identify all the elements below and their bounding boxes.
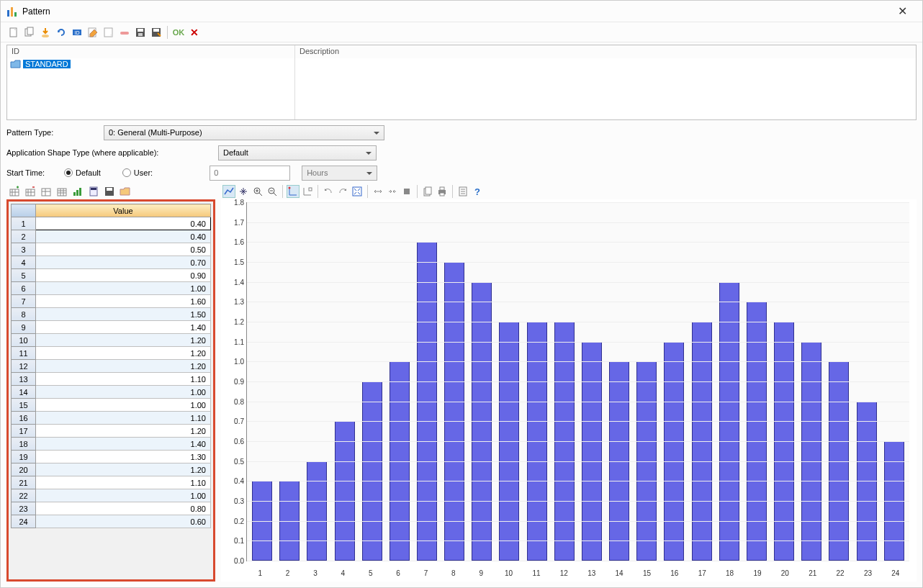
value-cell[interactable]: 1.20 bbox=[36, 463, 211, 476]
import-icon[interactable] bbox=[38, 25, 53, 40]
table-row[interactable]: 240.60 bbox=[12, 515, 211, 528]
table-tool4-icon[interactable] bbox=[55, 185, 68, 198]
table-row[interactable]: 81.50 bbox=[12, 308, 211, 321]
chart-copy-icon[interactable] bbox=[421, 185, 434, 198]
row-header[interactable]: 5 bbox=[12, 269, 36, 282]
row-header[interactable]: 17 bbox=[12, 425, 36, 438]
value-cell[interactable]: 0.70 bbox=[36, 256, 211, 269]
chart-pan-icon[interactable] bbox=[237, 185, 250, 198]
value-cell[interactable]: 1.10 bbox=[36, 412, 211, 425]
value-cell[interactable]: 0.50 bbox=[36, 243, 211, 256]
row-header[interactable]: 14 bbox=[12, 386, 36, 399]
chart-hstretch-icon[interactable] bbox=[372, 185, 384, 198]
tree-item-standard[interactable]: STANDARD bbox=[10, 59, 292, 69]
table-row[interactable]: 191.30 bbox=[12, 451, 211, 463]
shape-type-select[interactable]: Default bbox=[218, 145, 377, 160]
bar[interactable] bbox=[335, 421, 355, 561]
row-header[interactable]: 13 bbox=[12, 373, 36, 386]
table-del-col-icon[interactable] bbox=[24, 185, 37, 198]
start-time-input[interactable]: 0 bbox=[210, 166, 290, 181]
chart-settings-icon[interactable] bbox=[456, 185, 469, 198]
row-header[interactable]: 6 bbox=[12, 282, 36, 295]
table-row[interactable]: 50.90 bbox=[12, 269, 211, 282]
chart-zoomout-icon[interactable] bbox=[266, 185, 279, 198]
column-header-id[interactable]: ID bbox=[7, 45, 294, 58]
table-row[interactable]: 91.40 bbox=[12, 321, 211, 334]
value-cell[interactable]: 1.20 bbox=[36, 360, 211, 373]
table-row[interactable]: 131.10 bbox=[12, 373, 211, 386]
radio-default[interactable]: Default bbox=[64, 168, 101, 177]
table-row[interactable]: 101.20 bbox=[12, 334, 211, 347]
row-header[interactable]: 18 bbox=[12, 438, 36, 451]
value-cell[interactable]: 1.20 bbox=[36, 334, 211, 347]
table-row[interactable]: 61.00 bbox=[12, 282, 211, 295]
value-cell[interactable]: 1.00 bbox=[36, 282, 211, 295]
chart-stop-icon[interactable] bbox=[400, 185, 413, 198]
row-header[interactable]: 24 bbox=[12, 515, 36, 528]
value-cell[interactable]: 1.00 bbox=[36, 489, 211, 502]
chart-zoomin-icon[interactable] bbox=[251, 185, 264, 198]
bar[interactable] bbox=[362, 381, 382, 561]
value-cell[interactable]: 0.90 bbox=[36, 269, 211, 282]
radio-user[interactable]: User: bbox=[122, 168, 153, 177]
table-row[interactable]: 161.10 bbox=[12, 412, 211, 425]
row-header[interactable]: 21 bbox=[12, 476, 36, 489]
value-cell[interactable]: 1.10 bbox=[36, 476, 211, 489]
bar[interactable] bbox=[444, 262, 464, 561]
ok-button[interactable]: OK bbox=[171, 25, 186, 40]
save-icon[interactable] bbox=[133, 25, 148, 40]
column-header-value[interactable]: Value bbox=[36, 204, 211, 217]
value-cell[interactable]: 1.20 bbox=[36, 425, 211, 438]
table-row[interactable]: 171.20 bbox=[12, 425, 211, 438]
row-header[interactable]: 20 bbox=[12, 463, 36, 476]
table-row[interactable]: 151.00 bbox=[12, 399, 211, 412]
table-row[interactable]: 181.40 bbox=[12, 438, 211, 451]
note-icon[interactable] bbox=[102, 25, 116, 40]
value-cell[interactable]: 1.40 bbox=[36, 438, 211, 451]
row-header[interactable]: 12 bbox=[12, 360, 36, 373]
table-open-icon[interactable] bbox=[119, 185, 132, 198]
row-header[interactable]: 15 bbox=[12, 399, 36, 412]
value-cell[interactable]: 0.40 bbox=[36, 217, 211, 230]
table-row[interactable]: 221.00 bbox=[12, 489, 211, 502]
chart-line-icon[interactable] bbox=[222, 185, 235, 198]
bar[interactable] bbox=[307, 461, 327, 561]
chart-undo-icon[interactable] bbox=[322, 185, 335, 198]
row-header[interactable]: 3 bbox=[12, 243, 36, 256]
bar[interactable] bbox=[747, 302, 767, 561]
bar[interactable] bbox=[801, 342, 821, 561]
pattern-type-select[interactable]: 0: General (Multi-Purpose) bbox=[104, 125, 384, 140]
value-cell[interactable]: 1.00 bbox=[36, 399, 211, 412]
chart-hshrink-icon[interactable] bbox=[386, 185, 399, 198]
bar[interactable] bbox=[664, 342, 684, 561]
table-row[interactable]: 71.60 bbox=[12, 295, 211, 308]
value-cell[interactable]: 1.60 bbox=[36, 295, 211, 308]
value-cell[interactable]: 1.50 bbox=[36, 308, 211, 321]
table-calc-icon[interactable] bbox=[87, 185, 100, 198]
row-header[interactable]: 11 bbox=[12, 347, 36, 360]
table-tool3-icon[interactable] bbox=[40, 185, 53, 198]
copy-icon[interactable] bbox=[22, 25, 37, 40]
chart-print-icon[interactable] bbox=[436, 185, 449, 198]
column-header-description[interactable]: Description bbox=[295, 45, 916, 58]
table-row[interactable]: 211.10 bbox=[12, 476, 211, 489]
chart-help-icon[interactable]: ? bbox=[471, 185, 484, 198]
delete-icon[interactable] bbox=[117, 25, 132, 40]
table-row[interactable]: 40.70 bbox=[12, 256, 211, 269]
table-row[interactable]: 141.00 bbox=[12, 386, 211, 399]
value-cell[interactable]: 0.40 bbox=[36, 230, 211, 243]
row-header[interactable]: 19 bbox=[12, 451, 36, 463]
row-header[interactable]: 9 bbox=[12, 321, 36, 334]
table-add-col-icon[interactable] bbox=[8, 185, 21, 198]
value-cell[interactable]: 1.20 bbox=[36, 347, 211, 360]
chart-redo-icon[interactable] bbox=[336, 185, 349, 198]
chart-axis2-icon[interactable] bbox=[301, 185, 314, 198]
value-cell[interactable]: 1.00 bbox=[36, 386, 211, 399]
row-header[interactable]: 4 bbox=[12, 256, 36, 269]
edit-icon[interactable] bbox=[86, 25, 100, 40]
value-cell[interactable]: 1.10 bbox=[36, 373, 211, 386]
table-chart-icon[interactable] bbox=[71, 185, 84, 198]
table-row[interactable]: 111.20 bbox=[12, 347, 211, 360]
table-save-icon[interactable] bbox=[103, 185, 116, 198]
value-table[interactable]: Value 10.4020.4030.5040.7050.9061.0071.6… bbox=[11, 204, 211, 528]
